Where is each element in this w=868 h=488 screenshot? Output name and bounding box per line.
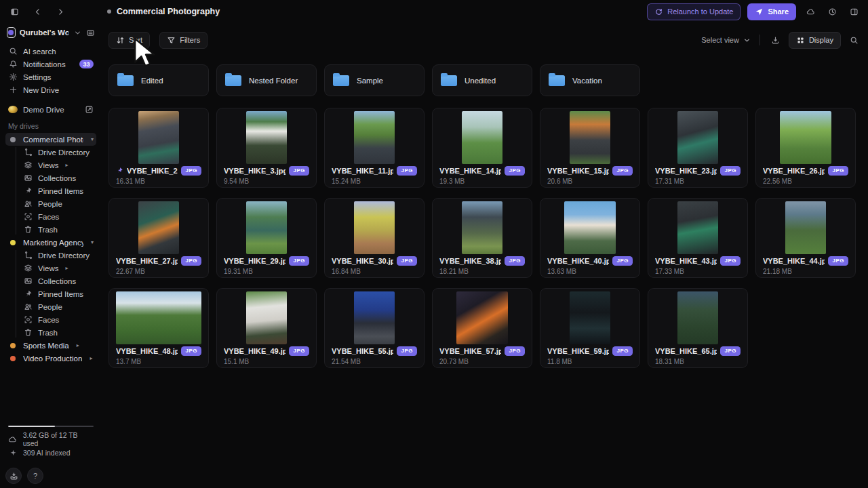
file-card[interactable]: VYBE_HIKE_14.jpgJPG19.3 MB — [432, 108, 532, 188]
sidebar-item-people[interactable]: People — [14, 197, 96, 210]
sidebar-drive-video-production[interactable]: Video Production▸ — [5, 352, 96, 365]
cloud-sync-icon[interactable] — [803, 4, 818, 19]
file-card[interactable]: VYBE_HIKE_38.jpgJPG18.21 MB — [432, 198, 532, 278]
file-name: VYBE_HIKE_27.jpg — [116, 257, 178, 265]
sidebar-item-demo-drive[interactable]: Demo Drive — [5, 103, 96, 116]
sidebar-item-pinned-items[interactable]: Pinned Items — [14, 184, 96, 197]
folder-card[interactable]: Unedited — [432, 64, 532, 96]
file-card[interactable]: VYBE_HIKE_65.jpgJPG18.31 MB — [648, 288, 748, 368]
file-card[interactable]: VYBE_HIKE_43.jpgJPG17.33 MB — [648, 198, 748, 278]
file-card[interactable]: VYBE_HIKE_15.jpgJPG20.6 MB — [540, 108, 640, 188]
file-card[interactable]: VYBE_HIKE_27.jpgJPG22.67 MB — [108, 198, 209, 278]
history-icon[interactable] — [825, 4, 840, 19]
sidebar-item-views[interactable]: Views▸ — [14, 262, 96, 274]
sidebar-item-new-drive[interactable]: New Drive — [5, 83, 96, 96]
file-name: VYBE_HIKE_57.jpg — [439, 347, 501, 355]
drive-label: Sports Media — [23, 342, 69, 350]
sidebar-item-collections[interactable]: Collections — [14, 171, 96, 184]
sidebar-drive-marketing-agency[interactable]: Marketing Agency▾ — [5, 236, 96, 249]
folder-card[interactable]: Edited — [108, 64, 209, 96]
file-card[interactable]: VYBE_HIKE_59.jpgJPG11.8 MB — [540, 288, 640, 368]
sidebar-item-label: Pinned Items — [38, 187, 83, 195]
folder-card[interactable]: Vacation — [540, 64, 640, 96]
sidebar-item-pinned-items[interactable]: Pinned Items — [14, 287, 96, 300]
sidebar-item-trash[interactable]: Trash — [14, 326, 96, 339]
workspace-name: Qurubel's Work... — [20, 28, 68, 37]
sidebar-item-drive-directory[interactable]: Drive Directory — [14, 249, 96, 262]
sidebar-item-notifications[interactable]: Notifications33 — [5, 58, 96, 70]
sidebar-drive-sports-media[interactable]: Sports Media▸ — [5, 339, 96, 352]
open-external-icon[interactable] — [85, 105, 94, 114]
sidebar-item-settings[interactable]: Settings — [5, 70, 96, 83]
help-button[interactable]: ? — [27, 468, 43, 484]
file-thumbnail-area — [763, 111, 848, 164]
file-card[interactable]: VYBE_HIKE_44.jpgJPG21.18 MB — [755, 198, 856, 278]
file-type-badge: JPG — [828, 256, 848, 266]
sidebar-nav: AI searchNotifications33SettingsNew Driv… — [5, 45, 96, 96]
sidebar-item-trash[interactable]: Trash — [14, 223, 96, 236]
folder-card[interactable]: Sample — [324, 64, 425, 96]
sidebar-item-faces[interactable]: Faces — [14, 210, 96, 223]
relaunch-update-button[interactable]: Relaunch to Update — [647, 3, 741, 20]
sidebar-item-collections[interactable]: Collections — [14, 274, 96, 287]
file-size: 21.18 MB — [763, 268, 848, 275]
file-card[interactable]: VYBE_HIKE_55.jpgJPG21.54 MB — [324, 288, 425, 368]
sidebar-item-drive-directory[interactable]: Drive Directory — [14, 146, 96, 159]
collections-icon — [23, 277, 33, 285]
file-card[interactable]: VYBE_HIKE_29.jpgJPG19.31 MB — [216, 198, 317, 278]
file-size: 22.67 MB — [116, 268, 201, 275]
sidebar-item-faces[interactable]: Faces — [14, 313, 96, 326]
file-card[interactable]: VYBE_HIKE_57.jpgJPG20.73 MB — [432, 288, 532, 368]
file-size: 15.24 MB — [332, 178, 417, 185]
download-icon[interactable] — [768, 33, 783, 47]
file-thumbnail-area — [439, 291, 525, 344]
file-name: VYBE_HIKE_11.jpg — [332, 167, 393, 175]
file-card[interactable]: VYBE_HIKE_3.jpgJPG9.54 MB — [216, 108, 317, 188]
search-icon[interactable] — [846, 33, 861, 47]
file-name: VYBE_HIKE_55.jpg — [332, 347, 393, 355]
file-card[interactable]: VYBE_HIKE_11.jpgJPG15.24 MB — [324, 108, 425, 188]
file-type-badge: JPG — [720, 256, 741, 266]
drive-color-dot — [10, 356, 16, 361]
layers-icon — [23, 264, 33, 272]
file-card[interactable]: VYBE_HIKE_2.jpgJPG16.31 MB — [108, 108, 209, 188]
file-type-badge: JPG — [181, 346, 201, 356]
sidebar-item-label: Views — [38, 264, 58, 272]
sidebar-item-ai-search[interactable]: AI search — [5, 45, 96, 58]
folder-card[interactable]: Nested Folder — [216, 64, 317, 96]
sidebar-drive-commercial-photog-[interactable]: Commercial Photog...▾ — [5, 133, 96, 146]
sidebar-toggle-icon[interactable] — [7, 4, 22, 19]
select-view-dropdown[interactable]: Select view — [701, 36, 751, 45]
file-card[interactable]: VYBE_HIKE_30.jpgJPG16.84 MB — [324, 198, 425, 278]
sort-button[interactable]: Sort — [108, 32, 150, 49]
sort-icon — [116, 36, 125, 45]
share-button[interactable]: Share — [747, 3, 796, 20]
folder-name: Vacation — [572, 77, 602, 85]
file-size: 13.7 MB — [116, 358, 201, 365]
file-type-badge: JPG — [505, 256, 525, 266]
file-name: VYBE_HIKE_3.jpg — [224, 167, 285, 175]
workspace-switcher[interactable]: Qurubel's Work... — [5, 26, 96, 45]
file-type-badge: JPG — [612, 256, 633, 266]
file-card[interactable]: VYBE_HIKE_40.jpgJPG13.63 MB — [540, 198, 640, 278]
files-grid: VYBE_HIKE_2.jpgJPG16.31 MBVYBE_HIKE_3.jp… — [108, 108, 861, 368]
file-card[interactable]: VYBE_HIKE_26.jpgJPG22.56 MB — [755, 108, 856, 188]
drive-stack-icon[interactable] — [86, 28, 95, 37]
file-name: VYBE_HIKE_26.jpg — [763, 167, 825, 175]
file-card[interactable]: VYBE_HIKE_48.jpgJPG13.7 MB — [108, 288, 209, 368]
forward-icon[interactable] — [53, 4, 68, 19]
file-card[interactable]: VYBE_HIKE_23.jpgJPG17.31 MB — [648, 108, 748, 188]
filters-button[interactable]: Filters — [159, 32, 208, 49]
file-name: VYBE_HIKE_44.jpg — [763, 257, 825, 265]
folder-icon — [117, 75, 134, 86]
file-size: 9.54 MB — [224, 178, 309, 185]
right-panel-icon[interactable] — [846, 4, 861, 19]
back-icon[interactable] — [30, 4, 45, 19]
file-type-badge: JPG — [828, 166, 848, 176]
file-card[interactable]: VYBE_HIKE_49.jpgJPG15.1 MB — [216, 288, 317, 368]
drive-color-dot — [10, 240, 16, 245]
display-button[interactable]: Display — [789, 32, 841, 49]
sidebar-item-views[interactable]: Views▸ — [14, 159, 96, 171]
updates-tray-button[interactable] — [5, 468, 22, 484]
sidebar-item-people[interactable]: People — [14, 300, 96, 313]
